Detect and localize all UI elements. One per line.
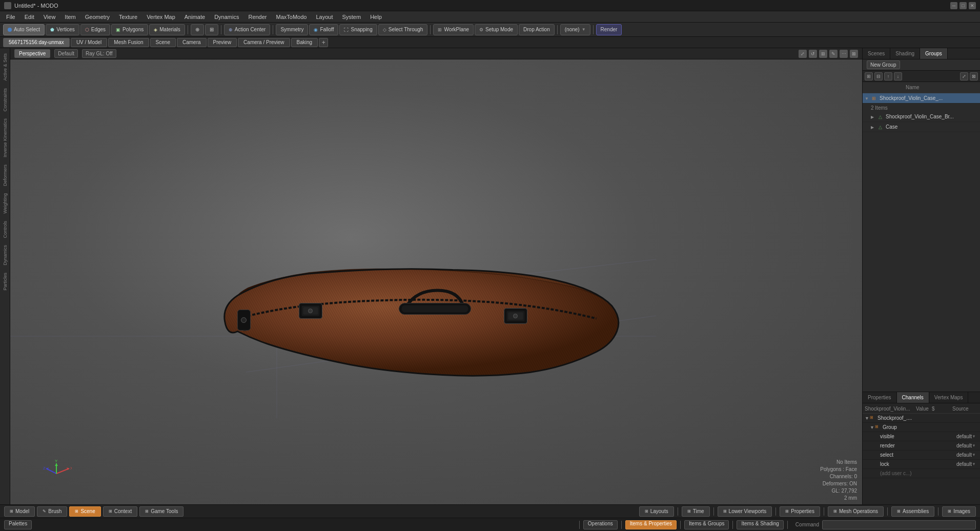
viewport-icon-6[interactable]: ⊠ [850, 50, 858, 58]
rpt-icon-6[interactable]: ⊠ [970, 72, 978, 80]
tab-preview[interactable]: Preview [208, 38, 237, 47]
props-row-visible[interactable]: visible default ▼ [863, 432, 980, 441]
tree-root-item[interactable]: ▼ ⊞ Shockproof_Violin_Case_... [863, 93, 980, 104]
tab-day-unmax[interactable]: 5667175156:day-unmax [3, 38, 70, 47]
menu-system[interactable]: System [338, 13, 365, 21]
mesh-operations-btn[interactable]: ⊞ Mesh Operations [828, 506, 884, 517]
toggle-2[interactable]: ⊞ [205, 24, 218, 35]
rpt-icon-5[interactable]: ⤢ [960, 72, 968, 80]
left-tab-weighting[interactable]: Weighting [2, 190, 9, 217]
left-tab-ik[interactable]: Inverse Kinematics [2, 115, 9, 160]
tab-camera-preview[interactable]: Camera / Preview [238, 38, 290, 47]
left-tab-constraints[interactable]: Constraints [2, 85, 9, 115]
props-row-root[interactable]: ▼ ⊞ Shockproof_.... [863, 414, 980, 423]
left-tab-dynamics[interactable]: Dynamics [2, 242, 9, 269]
vertex-maps-tab[interactable]: Vertex Maps [929, 392, 969, 403]
operations-btn[interactable]: Operations [583, 520, 618, 529]
snapping-button[interactable]: ⛶ Snapping [339, 24, 377, 35]
tree-child-2[interactable]: ▶ △ Case [863, 122, 980, 132]
close-button[interactable]: ✕ [969, 2, 976, 9]
viewport-icon-2[interactable]: ↺ [809, 50, 817, 58]
left-tab-controls[interactable]: Controls [2, 218, 9, 241]
items-properties-btn[interactable]: Items & Properties [625, 520, 677, 529]
auto-select-button[interactable]: Auto Select [3, 24, 45, 35]
falloff-button[interactable]: ◉ Falloff [309, 24, 338, 35]
symmetry-button[interactable]: Symmetry [276, 24, 308, 35]
select-through-button[interactable]: ◇ Select Through [378, 24, 428, 35]
props-row-group[interactable]: ▼ ⊞ Group [863, 423, 980, 432]
menu-item[interactable]: Item [60, 13, 79, 21]
props-row-lock[interactable]: lock default ▼ [863, 460, 980, 469]
channels-tab[interactable]: Channels [897, 392, 929, 403]
ray-gl-mode[interactable]: Ray GL: Off [82, 49, 116, 58]
properties-tab[interactable]: Properties [863, 392, 897, 403]
assemblies-btn[interactable]: ⊞ Assemblies [891, 506, 934, 517]
items-groups-btn[interactable]: Items & Groups [684, 520, 729, 529]
perspective-tab[interactable]: Perspective [14, 49, 50, 58]
rpt-icon-1[interactable]: ⊞ [865, 72, 873, 80]
materials-button[interactable]: ◈ Materials [149, 24, 185, 35]
layouts-btn[interactable]: ⊞ Layouts [639, 506, 674, 517]
time-btn[interactable]: ⊞ Time [682, 506, 710, 517]
menu-render[interactable]: Render [244, 13, 271, 21]
polygons-button[interactable]: ▣ Polygons [111, 24, 148, 35]
command-input[interactable] [822, 520, 976, 529]
menu-view[interactable]: View [39, 13, 60, 21]
tab-camera[interactable]: Camera [177, 38, 207, 47]
viewport-3d[interactable]: Perspective Default Ray GL: Off ⤢ ↺ ⊞ ✎ … [10, 48, 862, 504]
lower-viewports-btn[interactable]: ⊞ Lower Viewports [718, 506, 772, 517]
menu-vertexmap[interactable]: Vertex Map [142, 13, 179, 21]
properties-btn[interactable]: ⊞ Properties [780, 506, 820, 517]
palettes-button[interactable]: Palettes [4, 520, 32, 529]
maximize-button[interactable]: □ [959, 2, 967, 9]
props-row-add-user[interactable]: (add user c...) [863, 469, 980, 478]
menu-geometry[interactable]: Geometry [81, 13, 114, 21]
none-dropdown[interactable]: (none) ▼ [560, 24, 590, 35]
tab-mesh-fusion[interactable]: Mesh Fusion [108, 38, 149, 47]
menu-file[interactable]: File [2, 13, 19, 21]
menu-maxtomodo[interactable]: MaxToModo [272, 13, 311, 21]
toggle-1[interactable]: ⊕ [191, 24, 204, 35]
props-row-render[interactable]: render default ▼ [863, 441, 980, 451]
add-tab-button[interactable]: + [319, 38, 328, 47]
new-group-button[interactable]: New Group [867, 60, 900, 69]
shading-tab[interactable]: Shading [890, 48, 920, 59]
scene-tab[interactable]: ⊞ Scene [69, 506, 100, 517]
viewport-icon-3[interactable]: ⊞ [819, 50, 827, 58]
menu-edit[interactable]: Edit [21, 13, 38, 21]
rpt-icon-3[interactable]: ↑ [884, 72, 892, 80]
viewport-icon-1[interactable]: ⤢ [799, 50, 807, 58]
vertices-button[interactable]: ⬟ Vertices [46, 24, 79, 35]
brush-tab[interactable]: ✎ Brush [37, 506, 67, 517]
menu-texture[interactable]: Texture [115, 13, 141, 21]
tab-baking[interactable]: Baking [291, 38, 318, 47]
setup-mode-button[interactable]: ⚙ Setup Mode [475, 24, 518, 35]
menu-help[interactable]: Help [366, 13, 386, 21]
images-btn[interactable]: ⊞ Images [942, 506, 976, 517]
viewport-icon-5[interactable]: ⋯ [840, 50, 848, 58]
edges-button[interactable]: ⬡ Edges [80, 24, 110, 35]
render-button[interactable]: Render [596, 24, 622, 35]
tab-scene[interactable]: Scene [150, 38, 176, 47]
groups-tab[interactable]: Groups [920, 48, 948, 59]
scene-tree[interactable]: ▼ ⊞ Shockproof_Violin_Case_... 2 Items ▶… [863, 93, 980, 392]
model-tab[interactable]: ⊞ Model [4, 506, 35, 517]
workplane-button[interactable]: ⊞ WorkPlane [433, 24, 474, 35]
viewport-icon-4[interactable]: ✎ [829, 50, 838, 58]
menu-dynamics[interactable]: Dynamics [210, 13, 243, 21]
menu-layout[interactable]: Layout [312, 13, 337, 21]
menu-animate[interactable]: Animate [180, 13, 209, 21]
left-tab-particles[interactable]: Particles [2, 270, 9, 294]
scenes-tab[interactable]: Scenes [863, 48, 890, 59]
items-shading-btn[interactable]: Items & Shading [737, 520, 783, 529]
rpt-icon-2[interactable]: ⊟ [874, 72, 883, 80]
minimize-button[interactable]: ─ [950, 2, 957, 9]
game-tools-tab[interactable]: ⊞ Game Tools [139, 506, 183, 517]
tab-uv-model[interactable]: UV / Model [71, 38, 107, 47]
left-tab-deformers[interactable]: Deformers [2, 161, 9, 189]
rpt-icon-4[interactable]: ↓ [894, 72, 902, 80]
shading-mode[interactable]: Default [54, 49, 78, 58]
context-tab[interactable]: ⊞ Context [103, 506, 137, 517]
action-center-button[interactable]: ⊕ Action Center [224, 24, 271, 35]
drop-action-button[interactable]: Drop Action [519, 24, 555, 35]
